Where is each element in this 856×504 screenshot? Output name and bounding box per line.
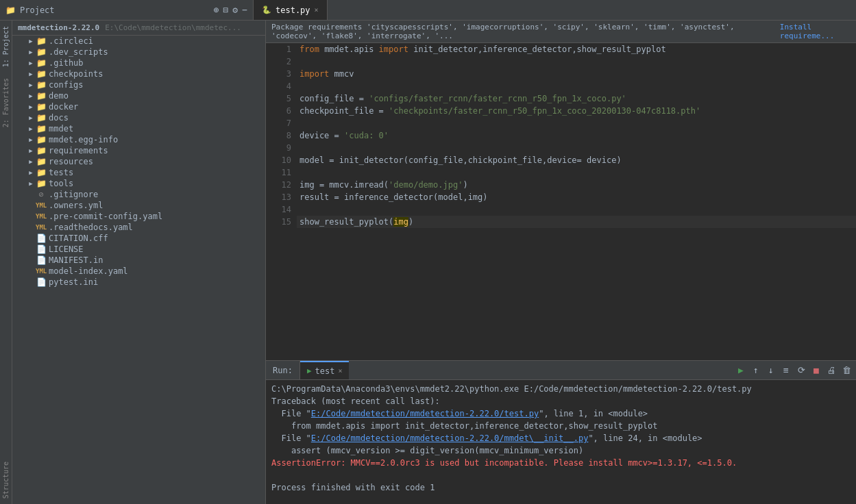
- output-line-blank: [271, 469, 851, 481]
- sidebar-tree: ▶ 📁 .circleci ▶ 📁 .dev_scripts ▶ 📁 .gith…: [12, 36, 265, 504]
- code-line-1: from mmdet.apis import init_detector,inf…: [297, 43, 856, 55]
- tree-item-circleci[interactable]: ▶ 📁 .circleci: [12, 36, 265, 47]
- tree-item-docker[interactable]: ▶ 📁 docker: [12, 101, 265, 112]
- tree-item-requirements[interactable]: ▶ 📁 requirements: [12, 145, 265, 156]
- run-label: Run:: [266, 361, 300, 379]
- vert-tab-project[interactable]: 1: Project: [1, 21, 11, 73]
- tree-item-license[interactable]: 📄 LICENSE: [12, 244, 265, 255]
- tree-item-checkpoints[interactable]: ▶ 📁 checkpoints: [12, 68, 265, 79]
- tree-label-docker: docker: [49, 102, 78, 112]
- tree-item-readthedocs[interactable]: YML .readthedocs.yaml: [12, 222, 265, 233]
- bottom-tab-name: test: [315, 366, 335, 376]
- install-requirements-link[interactable]: Install requireme...: [780, 23, 851, 40]
- tree-item-tools[interactable]: ▶ 📁 tools: [12, 178, 265, 189]
- vert-tab-favorites[interactable]: 2: Favorites: [1, 73, 11, 133]
- code-lines[interactable]: from mmdet.apis import init_detector,inf…: [297, 43, 856, 360]
- yaml-icon-readthedocs: YML: [36, 224, 47, 231]
- stop-button[interactable]: ■: [809, 364, 823, 377]
- tree-label-checkpoints: checkpoints: [49, 69, 103, 79]
- tree-label-configs: configs: [49, 80, 84, 90]
- yaml-icon-modelindex: YML: [36, 268, 47, 275]
- tree-label-docs: docs: [49, 113, 69, 123]
- tree-label-github: .github: [49, 58, 84, 68]
- tree-item-configs[interactable]: ▶ 📁 configs: [12, 79, 265, 90]
- trash-button[interactable]: 🗑: [840, 364, 853, 377]
- settings-icon[interactable]: ⚙: [232, 5, 238, 15]
- soft-wrap-button[interactable]: ≡: [779, 364, 793, 377]
- folder-icon-mmdet: 📁: [36, 124, 47, 134]
- tree-arrow-checkpoints: ▶: [26, 71, 36, 77]
- tree-item-devscripts[interactable]: ▶ 📁 .dev_scripts: [12, 47, 265, 58]
- code-line-15: show_result_pyplot(img): [297, 216, 856, 228]
- tree-label-modelindex: model-index.yaml: [49, 266, 128, 276]
- output-link-testpy[interactable]: E:/Code/mmdetection/mmdetection-2.22.0/t…: [311, 409, 539, 418]
- tree-item-manifest[interactable]: 📄 MANIFEST.in: [12, 255, 265, 266]
- code-line-7: [297, 117, 856, 129]
- code-line-10: model = init_detector(config_file,chickp…: [297, 154, 856, 166]
- tree-item-modelindex[interactable]: YML model-index.yaml: [12, 266, 265, 277]
- tree-item-tests[interactable]: ▶ 📁 tests: [12, 167, 265, 178]
- vert-tab-structure[interactable]: Structure: [1, 456, 11, 504]
- file-icon-manifest: 📄: [36, 255, 47, 265]
- tree-item-precommit[interactable]: YML .pre-commit-config.yaml: [12, 211, 265, 222]
- editor-tab-bar: 🐍 test.py ×: [254, 0, 856, 20]
- top-bar: 📁 Project ⊕ ⊟ ⚙ − 🐍 test.py ×: [0, 0, 856, 21]
- tree-arrow-tests: ▶: [26, 169, 36, 176]
- tree-item-docs[interactable]: ▶ 📁 docs: [12, 112, 265, 123]
- tree-item-resources[interactable]: ▶ 📁 resources: [12, 156, 265, 167]
- folder-icon-github: 📁: [36, 58, 47, 68]
- run-output: C:\ProgramData\Anaconda3\envs\mmdet2.22\…: [266, 380, 856, 504]
- tree-arrow-demo: ▶: [26, 92, 36, 99]
- file-icon-pytestini: 📄: [36, 277, 47, 287]
- tree-label-owners-yml: .owners.yml: [49, 201, 103, 210]
- line-num-9: 9: [271, 142, 291, 154]
- tree-item-gitignore[interactable]: ⊘ .gitignore: [12, 189, 265, 200]
- line-num-7: 7: [271, 117, 291, 129]
- tree-arrow-mmdet-egg: ▶: [26, 136, 36, 143]
- code-line-12: img = mmcv.imread('demo/demo.jpg'): [297, 179, 856, 191]
- tree-item-owners-yml[interactable]: YML .owners.yml: [12, 200, 265, 211]
- add-icon[interactable]: ⊕: [214, 5, 219, 15]
- tree-item-github[interactable]: ▶ 📁 .github: [12, 58, 265, 68]
- tab-close-button[interactable]: ×: [315, 6, 319, 14]
- tree-item-mmdet[interactable]: ▶ 📁 mmdet: [12, 123, 265, 134]
- bottom-tab-close[interactable]: ×: [338, 367, 342, 375]
- code-line-13: result = inference_detector(model,img): [297, 191, 856, 203]
- editor-tab-testpy[interactable]: 🐍 test.py ×: [254, 0, 328, 20]
- tree-label-citation: CITATION.cff: [49, 234, 108, 243]
- sidebar-root-name: mmdetection-2.22.0: [18, 23, 99, 32]
- bottom-tab-test[interactable]: ▶ test ×: [300, 361, 350, 379]
- tree-label-pytestini: pytest.ini: [49, 277, 98, 287]
- line-num-11: 11: [271, 166, 291, 179]
- folder-icon-demo: 📁: [36, 91, 47, 101]
- output-line-import: from mmdet.apis import init_detector,inf…: [271, 420, 851, 432]
- code-line-2: [297, 55, 856, 68]
- tree-item-mmdet-egg-info[interactable]: ▶ 📁 mmdet.egg-info: [12, 134, 265, 145]
- line-num-15: 15: [271, 216, 291, 228]
- line-num-14: 14: [271, 203, 291, 216]
- tree-arrow-github: ▶: [26, 60, 36, 66]
- line-num-10: 10: [271, 154, 291, 166]
- output-link-init[interactable]: E:/Code/mmdetection/mmdetection-2.22.0/m…: [311, 433, 589, 443]
- tree-item-pytestini[interactable]: 📄 pytest.ini: [12, 277, 265, 288]
- code-line-11: [297, 166, 856, 179]
- folder-icon-docs: 📁: [36, 113, 47, 123]
- sidebar: mmdetection-2.22.0 E:\Code\mmdetection\m…: [12, 21, 266, 504]
- scroll-up-button[interactable]: ↑: [749, 364, 763, 377]
- tree-item-demo[interactable]: ▶ 📁 demo: [12, 90, 265, 101]
- tree-label-tests: tests: [49, 168, 73, 177]
- line-numbers: 1 2 3 4 5 6 7 8 9 10 11 12 13 14 15: [266, 43, 297, 360]
- minimize-icon[interactable]: −: [242, 5, 247, 15]
- print-button[interactable]: 🖨: [824, 364, 838, 377]
- editor-content: 1 2 3 4 5 6 7 8 9 10 11 12 13 14 15 from…: [266, 43, 856, 360]
- tree-label-requirements: requirements: [49, 146, 108, 155]
- scroll-down-button[interactable]: ↓: [764, 364, 778, 377]
- tree-item-citation[interactable]: 📄 CITATION.cff: [12, 233, 265, 244]
- run-text: Run:: [273, 366, 293, 375]
- yaml-icon-precommit: YML: [36, 213, 47, 220]
- run-button[interactable]: ▶: [734, 364, 748, 377]
- tree-label-resources: resources: [49, 157, 93, 166]
- collapse-icon[interactable]: ⊟: [223, 5, 229, 15]
- sidebar-title: mmdetection-2.22.0 E:\Code\mmdetection\m…: [12, 21, 265, 36]
- rerun-button[interactable]: ⟳: [794, 364, 808, 377]
